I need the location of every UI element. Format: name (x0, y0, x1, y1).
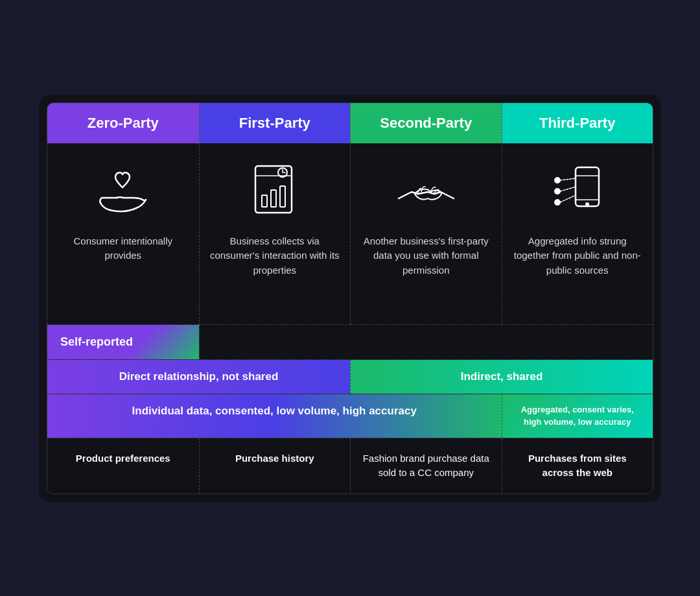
indirect-label: Indirect, shared (350, 360, 653, 394)
third-party-icon (550, 163, 605, 221)
svg-point-8 (586, 203, 589, 206)
zero-party-description: Consumer intentionally provides (58, 234, 189, 263)
svg-point-11 (555, 200, 560, 205)
first-party-example: Purchase history (199, 438, 351, 494)
third-party-description: Aggregated info strung together from pub… (513, 234, 643, 278)
second-party-icon-cell: Another business's first-party data you … (350, 143, 502, 325)
second-party-icon (395, 163, 457, 221)
second-party-example: Fashion brand purchase data sold to a CC… (350, 438, 502, 494)
svg-rect-3 (271, 190, 276, 207)
third-party-header: Third-Party (502, 103, 653, 143)
individual-data-label: Individual data, consented, low volume, … (47, 394, 502, 438)
direct-relationship-label: Direct relationship, not shared (47, 360, 350, 394)
self-reported-row: Self-reported (47, 325, 653, 360)
second-party-description: Another business's first-party data you … (361, 234, 491, 278)
svg-rect-2 (262, 195, 267, 207)
first-party-icon (250, 163, 299, 221)
svg-line-12 (560, 178, 576, 180)
zero-party-icon (94, 163, 152, 221)
self-reported-empty (199, 325, 653, 359)
svg-rect-5 (576, 167, 599, 206)
first-party-header: First-Party (199, 103, 351, 143)
svg-line-13 (560, 187, 576, 191)
svg-line-14 (560, 195, 576, 202)
main-container: Zero-Party First-Party Second-Party Thir… (39, 95, 661, 502)
icon-description-row: Consumer intentionally provides (47, 143, 653, 325)
second-party-header: Second-Party (350, 103, 502, 143)
examples-row: Product preferences Purchase history Fas… (47, 438, 653, 494)
first-party-description: Business collects via consumer's interac… (210, 234, 340, 278)
self-reported-label: Self-reported (47, 325, 199, 359)
first-party-icon-cell: Business collects via consumer's interac… (199, 143, 351, 325)
third-party-example: Purchases from sites across the web (502, 438, 653, 494)
zero-party-example: Product preferences (47, 438, 199, 494)
third-party-icon-cell: Aggregated info strung together from pub… (502, 143, 653, 325)
individual-aggregated-row: Individual data, consented, low volume, … (47, 394, 653, 438)
aggregated-data-label: Aggregated, consent varies, high volume,… (502, 394, 653, 438)
zero-party-header: Zero-Party (47, 103, 199, 143)
zero-party-icon-cell: Consumer intentionally provides (47, 143, 199, 325)
svg-point-10 (555, 189, 560, 194)
svg-rect-4 (280, 186, 285, 207)
header-row: Zero-Party First-Party Second-Party Thir… (47, 103, 653, 143)
direct-indirect-row: Direct relationship, not shared Indirect… (47, 360, 653, 394)
comparison-table: Zero-Party First-Party Second-Party Thir… (47, 102, 653, 494)
svg-point-9 (555, 178, 560, 183)
